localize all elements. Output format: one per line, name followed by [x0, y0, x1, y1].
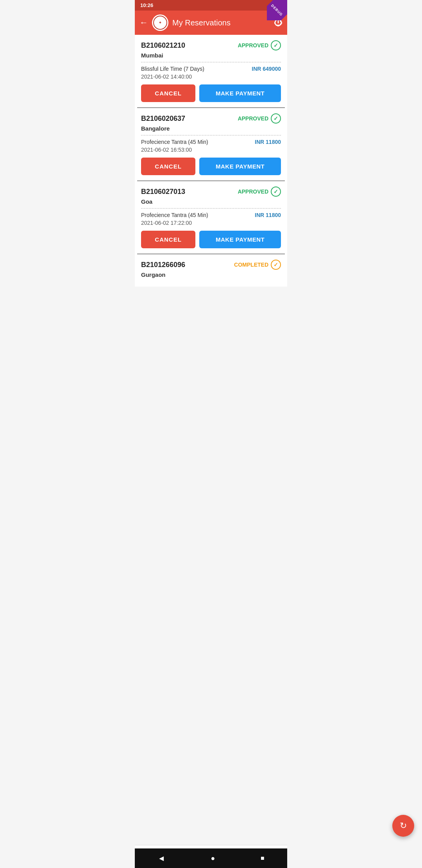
reservation-card: B2106020637 APPROVED ✓ Bangalore Profeci…	[135, 108, 287, 181]
service-price: INR 649000	[252, 66, 281, 72]
make-payment-button[interactable]: MAKE PAYMENT	[199, 231, 281, 248]
booking-id: B2106027013	[141, 188, 185, 196]
location: Gurgaon	[141, 271, 281, 278]
reservation-card: B2101266096 COMPLETED ✓ Gurgaon	[135, 254, 287, 287]
booking-id: B2106020637	[141, 115, 185, 123]
service-price: INR 11800	[255, 139, 281, 145]
booking-id: B2106021210	[141, 41, 185, 50]
cancel-button[interactable]: CANCEL	[141, 158, 195, 175]
service-price: INR 11800	[255, 212, 281, 218]
service-name: Profecience Tantra (45 Min)	[141, 212, 208, 218]
time: 10:26	[140, 2, 153, 8]
status-badge: APPROVED ✓	[238, 113, 281, 124]
service-name: Profecience Tantra (45 Min)	[141, 139, 208, 145]
approved-icon: ✓	[271, 40, 281, 50]
page-title: My Reservations	[172, 18, 270, 27]
reservations-list: B2106021210 APPROVED ✓ Mumbai Blissful L…	[135, 35, 287, 287]
status-badge: COMPLETED ✓	[234, 260, 281, 270]
cancel-button[interactable]: CANCEL	[141, 84, 195, 102]
back-button[interactable]: ←	[139, 18, 148, 28]
reservation-card: B2106021210 APPROVED ✓ Mumbai Blissful L…	[135, 35, 287, 108]
booking-id: B2101266096	[141, 261, 185, 269]
divider	[141, 62, 281, 63]
service-date: 2021-06-02 14:40:00	[141, 74, 281, 80]
divider	[141, 135, 281, 136]
location: Bangalore	[141, 125, 281, 132]
location: Goa	[141, 198, 281, 205]
approved-icon: ✓	[271, 113, 281, 124]
status-badge: APPROVED ✓	[238, 187, 281, 197]
service-date: 2021-06-02 17:22:00	[141, 220, 281, 226]
make-payment-button[interactable]: MAKE PAYMENT	[199, 84, 281, 102]
top-bar: ← ✦ My Reservations ⏻	[135, 11, 287, 35]
status-badge: APPROVED ✓	[238, 40, 281, 50]
location: Mumbai	[141, 52, 281, 59]
service-name: Blissful Life Time (7 Days)	[141, 66, 204, 72]
status-bar: 10:26 🔋 DEBUG	[135, 0, 287, 11]
app-logo: ✦	[152, 14, 168, 31]
reservation-card: B2106027013 APPROVED ✓ Goa Profecience T…	[135, 181, 287, 254]
completed-icon: ✓	[271, 260, 281, 270]
divider	[141, 208, 281, 209]
approved-icon: ✓	[271, 187, 281, 197]
make-payment-button[interactable]: MAKE PAYMENT	[199, 158, 281, 175]
cancel-button[interactable]: CANCEL	[141, 231, 195, 248]
service-date: 2021-06-02 16:53:00	[141, 147, 281, 153]
